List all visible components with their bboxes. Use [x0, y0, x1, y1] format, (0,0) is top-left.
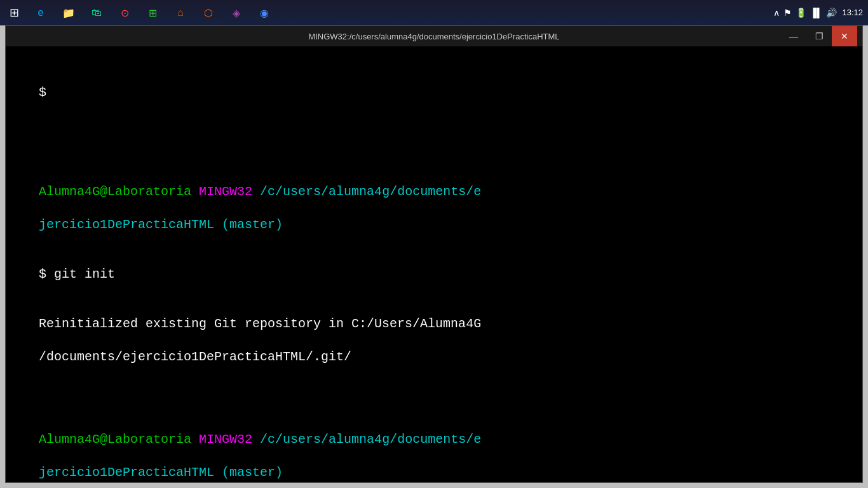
taskbar-ie-icon[interactable]: e: [28, 1, 53, 24]
cmd1: $ git init: [39, 267, 115, 281]
taskbar-right: ∧ ⚑ 🔋 ▐▌ 🔊 13:12: [773, 0, 868, 25]
clock-time: 13:12: [842, 8, 863, 18]
prompt2-branch: (master): [214, 465, 283, 480]
taskbar-chrome-icon[interactable]: ⊙: [112, 1, 137, 24]
start-button[interactable]: ⊞: [3, 1, 25, 24]
battery-icon: 🔋: [796, 8, 806, 18]
chevron-icon[interactable]: ∧: [773, 8, 780, 18]
activate-line1: Activar Windows: [703, 340, 850, 351]
taskbar-git-icon[interactable]: ⬡: [196, 1, 221, 24]
network-icon: ▐▌: [810, 8, 823, 18]
taskbar-sheets-icon[interactable]: ⊞: [140, 1, 165, 24]
activate-line3: Windows.: [703, 409, 850, 421]
flag-icon: ⚑: [783, 8, 792, 18]
prompt2-mingw: MINGW32: [191, 432, 260, 447]
prompt2-path: /c/users/alumna4g/documents/e: [260, 432, 481, 447]
window-controls: — ❐ ✕: [781, 26, 857, 46]
taskbar-chrome2-icon[interactable]: ◉: [252, 1, 277, 24]
title-bar: MINGW32:/c/users/alumna4g/documents/ejer…: [6, 26, 862, 46]
prompt1-path: /c/users/alumna4g/documents/e: [260, 184, 481, 199]
prompt1-user: Alumna4G@Laboratoria: [39, 184, 191, 199]
activate-line2: Ir a Configuración de PC para activar: [703, 375, 850, 386]
output1-line2: /documents/ejercicio1DePracticaHTML/.git…: [39, 349, 351, 364]
window-title: MINGW32:/c/users/alumna4g/documents/ejer…: [87, 32, 781, 41]
volume-icon: 🔊: [826, 8, 837, 18]
taskbar-git2-icon[interactable]: ◈: [224, 1, 249, 24]
terminal-body[interactable]: $ Alumna4G@Laboratoria MINGW32 /c/users/…: [6, 46, 862, 482]
prompt2-path2: jercicio1DePracticaHTML: [39, 465, 214, 480]
clock: 13:12: [842, 8, 863, 18]
taskbar-home-icon[interactable]: ⌂: [168, 1, 193, 24]
prompt1-branch: (master): [214, 217, 283, 232]
minimize-button[interactable]: —: [781, 26, 806, 46]
taskbar-folder-icon[interactable]: 📁: [56, 1, 81, 24]
maximize-button[interactable]: ❐: [806, 26, 832, 46]
sys-icons: ∧ ⚑ 🔋 ▐▌ 🔊: [773, 8, 837, 18]
taskbar-store-icon[interactable]: 🛍: [84, 1, 109, 24]
windows-activate-notice: Activar Windows Ir a Configuración de PC…: [703, 317, 850, 444]
taskbar-icons: e 📁 🛍 ⊙ ⊞ ⌂ ⬡ ◈ ◉: [28, 1, 277, 24]
terminal-window: MINGW32:/c/users/alumna4g/documents/ejer…: [5, 25, 863, 483]
prompt1-path2: jercicio1DePracticaHTML: [39, 217, 214, 232]
close-button[interactable]: ✕: [832, 26, 857, 46]
initial-prompt: $: [39, 85, 54, 100]
prompt2-user: Alumna4G@Laboratoria: [39, 432, 191, 447]
taskbar: ⊞ e 📁 🛍 ⊙ ⊞ ⌂ ⬡ ◈ ◉ ∧ ⚑ 🔋 ▐▌ 🔊 13:12: [0, 0, 868, 25]
prompt1-mingw: MINGW32: [191, 184, 260, 199]
output1-line1: Reinitialized existing Git repository in…: [39, 316, 481, 331]
